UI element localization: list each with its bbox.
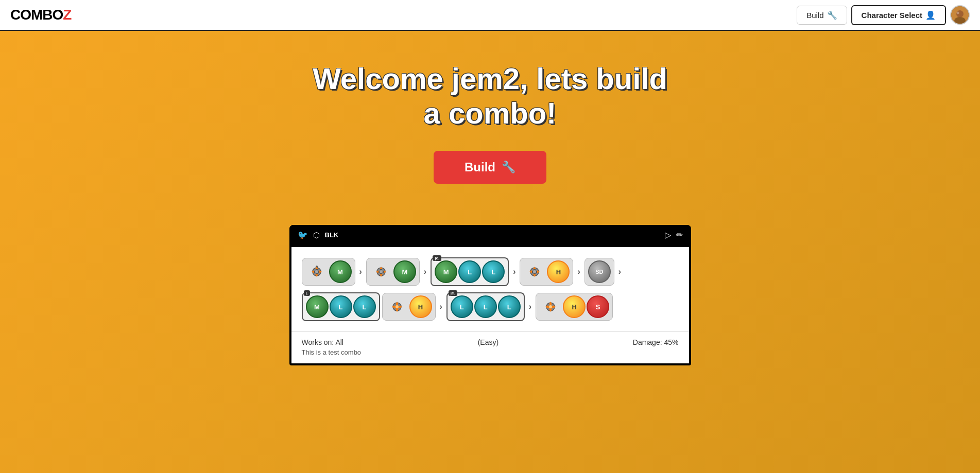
move-group-9: H S — [536, 293, 613, 321]
move-L-2: L — [482, 260, 505, 283]
character-select-button[interactable]: Character Select 👤 — [851, 5, 946, 25]
arrow-7: › — [529, 302, 531, 311]
joystick-svg-1 — [310, 265, 324, 279]
character-icon: 👤 — [925, 10, 936, 20]
svg-point-3 — [957, 12, 959, 14]
joystick-1 — [305, 260, 328, 283]
avatar[interactable] — [950, 5, 970, 25]
move-S-1: S — [587, 295, 609, 318]
main-content: Welcome jem2, lets builda combo! Build 🔧… — [0, 31, 980, 473]
joystick-2 — [370, 260, 392, 283]
joystick-svg-3 — [527, 265, 542, 279]
arrow-4: › — [577, 267, 580, 276]
move-L-1: L — [458, 260, 481, 283]
combo-card-body: M › — [291, 247, 689, 331]
hero-title: Welcome jem2, lets builda combo! — [313, 62, 667, 130]
avatar-image — [951, 6, 969, 24]
move-group-8: jc. L L L — [446, 292, 525, 321]
play-icon[interactable]: ▷ — [665, 230, 671, 240]
svg-point-16 — [380, 270, 383, 273]
header-right: ▷ ✏ — [665, 230, 683, 240]
combo-card-header: 🐦 ⬡ BLK ▷ ✏ — [289, 225, 691, 245]
move-group-2: M — [366, 258, 420, 286]
move-group-1: M — [302, 258, 355, 286]
move-group-5: SD — [584, 258, 614, 286]
navbar: COMBOZ Build 🔧 Character Select 👤 — [0, 0, 980, 31]
arrow-1: › — [359, 267, 362, 276]
combo-wrapper: M › — [289, 245, 691, 365]
move-group-4: H — [520, 258, 573, 286]
build-nav-label: Build — [806, 11, 823, 20]
move-L-3: L — [330, 295, 352, 318]
combo-footer-row1: Works on: All (Easy) Damage: 45% — [302, 338, 679, 346]
move-group-6: j. M L L — [302, 292, 380, 321]
arrow-2: › — [424, 267, 426, 276]
move-H-2: H — [409, 295, 432, 318]
logo[interactable]: COMBOZ — [10, 7, 71, 23]
build-button-label: Build — [465, 160, 495, 174]
move-H-1: H — [547, 260, 570, 283]
arrow-5: › — [618, 267, 621, 276]
edit-icon[interactable]: ✏ — [676, 230, 683, 240]
combo-footer: Works on: All (Easy) Damage: 45% This is… — [291, 331, 689, 363]
joystick-svg-5 — [543, 300, 558, 314]
joystick-svg-2 — [374, 265, 388, 279]
combo-description: This is a test combo — [302, 348, 679, 356]
works-on: Works on: All — [302, 338, 343, 346]
build-nav-button[interactable]: Build 🔧 — [797, 6, 847, 25]
move-M-3: M — [435, 260, 457, 283]
move-SD-1: SD — [588, 260, 611, 283]
character-select-label: Character Select — [862, 11, 922, 20]
move-group-3: jc. M L L — [431, 257, 509, 286]
move-group-7: H — [382, 293, 436, 321]
svg-point-24 — [533, 270, 536, 273]
difficulty: (Easy) — [478, 338, 498, 346]
move-M-1: M — [329, 260, 352, 283]
nav-right: Build 🔧 Character Select 👤 — [797, 5, 970, 25]
build-button[interactable]: Build 🔧 — [434, 151, 546, 184]
svg-point-32 — [396, 305, 399, 308]
jc-badge-2: jc. — [449, 290, 457, 296]
blk-label: BLK — [325, 231, 339, 239]
arrow-3: › — [513, 267, 515, 276]
combo-card: 🐦 ⬡ BLK ▷ ✏ — [289, 225, 691, 365]
combo-row-1: M › — [302, 257, 679, 286]
svg-point-8 — [315, 270, 318, 273]
move-M-2: M — [393, 260, 416, 283]
combo-row-2: j. M L L — [302, 292, 679, 321]
move-L-5: L — [451, 295, 473, 318]
move-M-4: M — [306, 295, 329, 318]
build-wrench-icon: 🔧 — [502, 161, 515, 174]
header-left: 🐦 ⬡ BLK — [298, 230, 339, 240]
damage: Damage: 45% — [633, 338, 679, 346]
joystick-3 — [523, 260, 546, 283]
joystick-4 — [386, 295, 408, 318]
j-badge-1: j. — [304, 290, 310, 296]
svg-point-40 — [549, 305, 552, 308]
move-L-6: L — [474, 295, 497, 318]
twitter-icon[interactable]: 🐦 — [298, 230, 308, 240]
move-L-4: L — [353, 295, 376, 318]
jc-badge-1: jc. — [433, 255, 441, 261]
joystick-5 — [539, 295, 562, 318]
move-H-3: H — [563, 295, 586, 318]
move-L-7: L — [498, 295, 521, 318]
share-icon[interactable]: ⬡ — [313, 231, 320, 240]
wrench-icon: 🔧 — [827, 10, 837, 20]
joystick-svg-4 — [390, 300, 404, 314]
arrow-6: › — [440, 302, 442, 311]
